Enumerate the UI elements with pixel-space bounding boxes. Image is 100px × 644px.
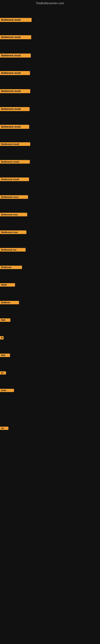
bottleneck-result-row-20: Bott <box>0 354 10 358</box>
bottleneck-result-row-5: Bottleneck result <box>0 89 30 94</box>
bottleneck-badge-1[interactable]: Bottleneck result <box>0 18 32 22</box>
bottleneck-result-row-12: Bottleneck resu <box>0 213 27 217</box>
bottleneck-result-row-21: Bo <box>0 371 6 375</box>
bottleneck-result-row-19: B <box>0 336 3 340</box>
bottleneck-result-row-6: Bottleneck result <box>0 107 30 112</box>
bottleneck-result-row-11: Bottleneck resul <box>0 195 28 200</box>
bottleneck-badge-4[interactable]: Bottleneck result <box>0 71 30 75</box>
bottleneck-result-row-2: Bottleneck result <box>0 35 31 40</box>
bottleneck-badge-14[interactable]: Bottleneck res <box>0 248 26 252</box>
site-title: TheBottlenecker.com <box>0 0 100 6</box>
bottleneck-badge-15[interactable]: Bottleneck <box>0 266 22 269</box>
bottleneck-result-row-3: Bottleneck result <box>0 54 31 58</box>
bottleneck-badge-8[interactable]: Bottleneck result <box>0 142 30 146</box>
bottleneck-badge-18[interactable]: Bott <box>0 318 10 322</box>
bottleneck-result-row-16: Bottle <box>0 283 15 288</box>
bottleneck-badge-2[interactable]: Bottleneck result <box>0 35 31 39</box>
bottleneck-result-row-7: Bottleneck result <box>0 125 29 130</box>
bottleneck-badge-17[interactable]: Bottlenec <box>0 301 19 304</box>
bottleneck-result-row-23: Bol <box>0 427 8 431</box>
bottleneck-badge-6[interactable]: Bottleneck result <box>0 107 30 111</box>
bottleneck-result-row-4: Bottleneck result <box>0 71 30 76</box>
bottleneck-badge-19[interactable]: B <box>0 336 3 340</box>
bottleneck-badge-16[interactable]: Bottle <box>0 283 15 286</box>
bottleneck-badge-23[interactable]: Bol <box>0 427 8 430</box>
bottleneck-badge-22[interactable]: Bottle <box>0 389 14 392</box>
bottleneck-badge-9[interactable]: Bottleneck result <box>0 160 30 164</box>
bottleneck-result-row-18: Bott <box>0 318 10 322</box>
bottleneck-result-row-22: Bottle <box>0 389 14 393</box>
bottleneck-result-row-8: Bottleneck result <box>0 142 30 147</box>
bottleneck-badge-11[interactable]: Bottleneck resul <box>0 195 28 199</box>
bottleneck-result-row-9: Bottleneck result <box>0 160 30 164</box>
bottleneck-result-row-14: Bottleneck res <box>0 248 26 252</box>
bottleneck-result-row-13: Bottleneck resu <box>0 230 26 235</box>
bottleneck-badge-21[interactable]: Bo <box>0 371 6 374</box>
bottleneck-result-row-10: Bottleneck result <box>0 178 29 182</box>
bottleneck-badge-20[interactable]: Bott <box>0 354 10 357</box>
bottleneck-result-row-1: Bottleneck result <box>0 18 32 23</box>
bottleneck-result-row-17: Bottlenec <box>0 301 19 305</box>
bottleneck-badge-7[interactable]: Bottleneck result <box>0 125 29 129</box>
bottleneck-result-row-15: Bottleneck <box>0 266 22 270</box>
bottleneck-badge-13[interactable]: Bottleneck resu <box>0 230 26 234</box>
bottleneck-badge-3[interactable]: Bottleneck result <box>0 54 31 58</box>
bottleneck-badge-12[interactable]: Bottleneck resu <box>0 213 27 216</box>
bottleneck-badge-5[interactable]: Bottleneck result <box>0 89 30 93</box>
bottleneck-badge-10[interactable]: Bottleneck result <box>0 178 29 181</box>
